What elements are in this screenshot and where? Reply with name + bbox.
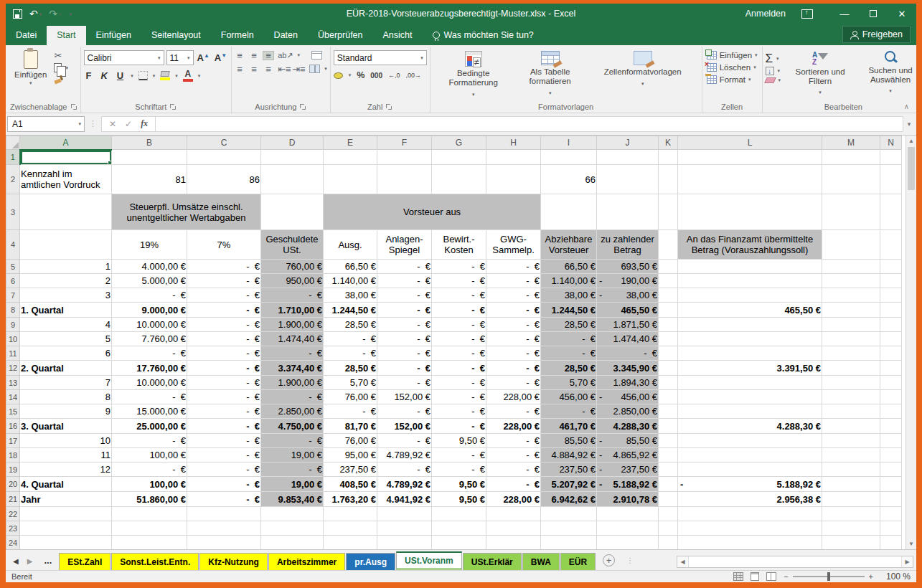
row-header-24[interactable]: 24 <box>6 536 20 550</box>
cell[interactable]: 693,50 € <box>597 260 659 274</box>
cell[interactable] <box>659 448 678 463</box>
ribbon-tab-daten[interactable]: Daten <box>264 26 308 45</box>
cell[interactable]: 11 <box>20 448 112 463</box>
cell[interactable] <box>377 165 432 194</box>
cell[interactable]: 100,00 € <box>112 477 187 492</box>
cell[interactable]: 3.391,50 € <box>678 361 822 376</box>
cell[interactable] <box>678 260 822 274</box>
cell[interactable] <box>822 194 880 230</box>
cell[interactable] <box>187 536 261 550</box>
cell[interactable]: - € <box>187 376 261 390</box>
cell[interactable] <box>377 150 432 165</box>
cell[interactable] <box>324 165 377 194</box>
cell[interactable]: 51.860,00 € <box>112 492 187 507</box>
cell[interactable]: - € <box>432 448 486 463</box>
cell[interactable] <box>822 434 880 448</box>
cell[interactable]: 1.140,00 € <box>324 274 377 288</box>
cell[interactable]: - € <box>432 346 486 361</box>
cell[interactable] <box>880 303 902 318</box>
cell[interactable] <box>659 434 678 448</box>
align-left-icon[interactable]: ≡ <box>235 65 245 73</box>
cell[interactable]: - € <box>112 434 187 448</box>
ribbon-tab-ansicht[interactable]: Ansicht <box>373 26 423 45</box>
cell[interactable]: 1.140,00 € <box>541 274 597 288</box>
underline-dropdown-icon[interactable]: ▾ <box>131 73 133 79</box>
cell[interactable] <box>659 361 678 376</box>
cell[interactable] <box>486 536 541 550</box>
cell[interactable]: - € <box>187 404 261 419</box>
cell[interactable] <box>678 274 822 288</box>
cell[interactable] <box>822 260 880 274</box>
cell[interactable] <box>20 150 112 165</box>
cell[interactable] <box>659 194 678 230</box>
accounting-format-icon[interactable] <box>334 72 343 79</box>
fill-dropdown-icon[interactable]: ▾ <box>778 68 781 74</box>
cell[interactable] <box>659 419 678 434</box>
sort-filter-button[interactable]: AZ Sortieren und Filtern▾ <box>786 49 854 98</box>
column-header-I[interactable]: I <box>541 136 597 150</box>
cell[interactable]: 10.000,00 € <box>112 376 187 390</box>
cell[interactable]: - € <box>486 448 541 463</box>
column-header-N[interactable]: N <box>880 136 902 150</box>
sheet-tab-est.zahl[interactable]: ESt.Zahl <box>59 553 110 570</box>
cell[interactable] <box>822 419 880 434</box>
cell[interactable]: 1.710,00 € <box>261 303 324 318</box>
cell[interactable] <box>822 230 880 260</box>
cell[interactable]: 66 <box>541 165 597 194</box>
cell[interactable] <box>822 521 880 536</box>
cell[interactable] <box>432 507 486 521</box>
cell[interactable]: 9 <box>20 404 112 419</box>
cell[interactable] <box>678 536 822 550</box>
cell[interactable]: 76,00 € <box>324 390 377 404</box>
clear-icon[interactable] <box>764 77 776 83</box>
cell[interactable]: Abziehbare Vorsteuer <box>541 230 597 260</box>
cell[interactable]: - € <box>377 260 432 274</box>
zoom-slider[interactable]: − + <box>784 572 873 581</box>
row-header-1[interactable]: 1 <box>6 150 20 165</box>
ribbon-display-options-icon[interactable] <box>801 9 813 19</box>
cell[interactable] <box>659 274 678 288</box>
cell[interactable] <box>659 376 678 390</box>
cell[interactable]: 465,50 € <box>597 303 659 318</box>
cell[interactable]: - € <box>187 434 261 448</box>
cell[interactable]: - € <box>486 376 541 390</box>
cell[interactable] <box>324 150 377 165</box>
cell[interactable]: - € <box>432 288 486 303</box>
cell[interactable]: 15.000,00 € <box>112 404 187 419</box>
cell[interactable]: - € <box>486 434 541 448</box>
cell[interactable]: 1.474,40 € <box>597 332 659 346</box>
cell[interactable]: - € <box>486 318 541 332</box>
scroll-right-icon[interactable]: ▶ <box>902 559 913 565</box>
cell[interactable]: Bewirt.-Kosten <box>432 230 486 260</box>
cell[interactable]: 76,00 € <box>324 434 377 448</box>
cell[interactable]: -5.188,92 € <box>597 477 659 492</box>
cell[interactable]: - € <box>187 346 261 361</box>
cell[interactable]: -4.865,92 € <box>597 448 659 463</box>
cell[interactable]: 1.474,40 € <box>261 332 324 346</box>
row-header-18[interactable]: 18 <box>6 448 20 463</box>
row-header-5[interactable]: 5 <box>6 260 20 274</box>
column-header-A[interactable]: A <box>20 136 112 150</box>
cell[interactable]: - € <box>187 274 261 288</box>
cell[interactable]: 4.941,92 € <box>377 492 432 507</box>
cell[interactable] <box>486 507 541 521</box>
ribbon-tab-seitenlayout[interactable]: Seitenlayout <box>141 26 211 45</box>
cell[interactable] <box>261 507 324 521</box>
increase-font-icon[interactable]: A▲ <box>196 52 211 63</box>
cell[interactable] <box>822 165 880 194</box>
cell[interactable]: 2. Quartal <box>20 361 112 376</box>
cell[interactable] <box>187 507 261 521</box>
cell[interactable]: - € <box>187 303 261 318</box>
paste-dropdown-icon[interactable]: ▾ <box>29 80 32 86</box>
cell[interactable] <box>659 521 678 536</box>
cell[interactable] <box>112 536 187 550</box>
cell[interactable]: - € <box>377 288 432 303</box>
decrease-font-icon[interactable]: A▼ <box>213 52 228 63</box>
cell[interactable]: Steuerpfl. Umsätze einschl. unentgeltlic… <box>112 194 261 230</box>
cell[interactable]: 408,50 € <box>324 477 377 492</box>
cell[interactable]: - € <box>187 361 261 376</box>
row-header-9[interactable]: 9 <box>6 318 20 332</box>
decrease-indent-icon[interactable]: ⇤≡ <box>278 65 288 73</box>
cell[interactable] <box>432 521 486 536</box>
cell[interactable]: 7 <box>20 376 112 390</box>
